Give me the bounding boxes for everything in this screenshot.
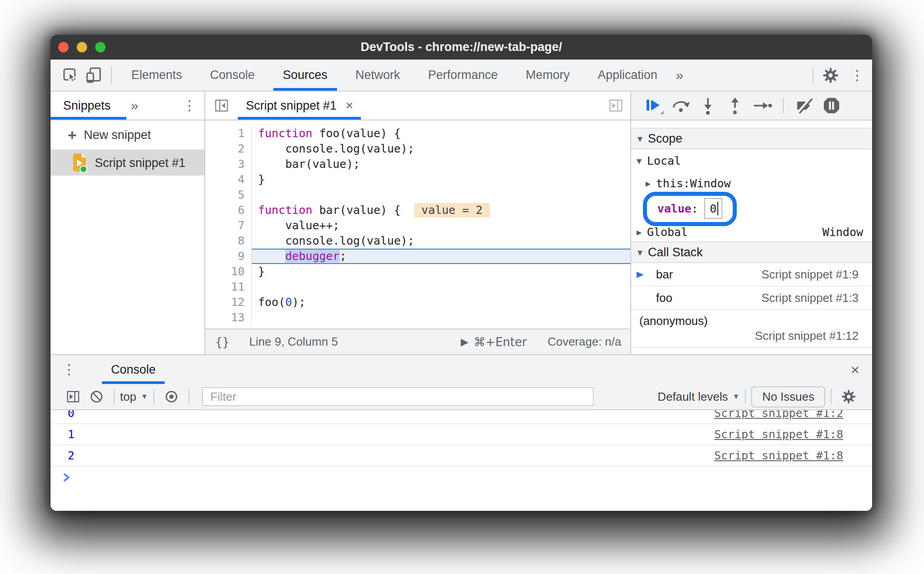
step-icon[interactable] bbox=[750, 95, 774, 116]
value-edit-input[interactable]: 0 bbox=[704, 198, 722, 219]
console-prompt[interactable] bbox=[51, 467, 872, 488]
line-number[interactable]: 6 bbox=[205, 203, 252, 218]
drawer-menu-icon[interactable]: ⋮ bbox=[51, 363, 84, 376]
console-toolbar-divider bbox=[745, 389, 746, 404]
step-over-icon[interactable] bbox=[669, 95, 693, 116]
collapse-icon: ▾ bbox=[638, 133, 642, 144]
debugger-toolbar-divider bbox=[783, 98, 784, 113]
callstack-section-header[interactable]: ▾ Call Stack bbox=[631, 241, 872, 263]
more-tabs-icon[interactable]: » bbox=[676, 68, 684, 83]
tab-sources[interactable]: Sources bbox=[269, 60, 342, 91]
close-drawer-icon[interactable]: × bbox=[850, 361, 859, 379]
scope-this-row[interactable]: ▸ this: Window bbox=[631, 172, 872, 194]
line-number[interactable]: 10 bbox=[205, 264, 252, 279]
code-line[interactable]: 13 bbox=[205, 310, 630, 325]
callstack-frame[interactable]: (anonymous)Script snippet #1:12 bbox=[631, 310, 872, 348]
console-message-row[interactable]: 2Script snippet #1:8 bbox=[51, 445, 872, 467]
step-out-icon[interactable] bbox=[723, 95, 747, 116]
frame-location-link[interactable]: Script snippet #1:3 bbox=[762, 291, 872, 305]
inspect-element-icon[interactable] bbox=[60, 65, 80, 85]
callstack-frame[interactable]: barScript snippet #1:9 bbox=[631, 263, 872, 287]
code-line[interactable]: 11 bbox=[205, 279, 630, 295]
tab-application[interactable]: Application bbox=[584, 60, 671, 91]
scope-section-header[interactable]: ▾ Scope bbox=[631, 128, 872, 149]
device-toolbar-icon[interactable] bbox=[84, 65, 104, 85]
line-number[interactable]: 4 bbox=[205, 172, 252, 187]
tab-console[interactable]: Console bbox=[196, 60, 269, 91]
tab-network[interactable]: Network bbox=[342, 60, 414, 91]
console-output[interactable]: 0Script snippet #1:21Script snippet #1:8… bbox=[51, 410, 872, 511]
tab-snippets[interactable]: Snippets bbox=[51, 92, 126, 120]
log-levels-dropdown[interactable]: Default levels ▼ bbox=[657, 390, 739, 404]
frame-location-link[interactable]: Script snippet #1:9 bbox=[762, 268, 872, 282]
console-source-link[interactable]: Script snippet #1:8 bbox=[714, 449, 843, 462]
close-tab-icon[interactable]: × bbox=[346, 98, 353, 113]
code-line[interactable]: 10} bbox=[205, 264, 630, 279]
scope-local-row[interactable]: ▾ Local bbox=[631, 149, 872, 172]
editor-tab[interactable]: Script snippet #1 × bbox=[238, 92, 361, 120]
console-source-link[interactable]: Script snippet #1:2 bbox=[714, 410, 843, 420]
tab-performance[interactable]: Performance bbox=[414, 60, 512, 91]
line-number[interactable]: 7 bbox=[205, 218, 252, 233]
code-editor[interactable]: 1function foo(value) {2 console.log(valu… bbox=[205, 120, 630, 329]
line-number[interactable]: 12 bbox=[205, 295, 252, 310]
snippet-file-icon bbox=[71, 153, 88, 173]
line-number[interactable]: 11 bbox=[205, 279, 252, 295]
line-number[interactable]: 5 bbox=[205, 187, 252, 203]
snippet-item[interactable]: Script snippet #1 bbox=[51, 150, 204, 176]
code-line[interactable]: 4} bbox=[205, 172, 630, 187]
context-selector[interactable]: top ▼ bbox=[120, 390, 148, 404]
code-line[interactable]: 1function foo(value) { bbox=[205, 126, 630, 141]
run-snippet-icon[interactable]: ▶ bbox=[461, 336, 468, 347]
frame-location-link[interactable]: Script snippet #1:12 bbox=[755, 329, 872, 343]
code-line[interactable]: 5 bbox=[205, 187, 630, 203]
pause-on-exceptions-icon[interactable] bbox=[820, 95, 843, 116]
no-issues-button[interactable]: No Issues bbox=[751, 386, 825, 407]
live-expression-eye-icon[interactable] bbox=[160, 386, 183, 407]
zoom-window-button[interactable] bbox=[95, 42, 106, 52]
scope-global-row[interactable]: ▸ Global Window bbox=[631, 222, 872, 241]
main-menu-icon[interactable]: ⋮ bbox=[842, 69, 872, 82]
line-number[interactable]: 8 bbox=[205, 233, 252, 249]
line-number[interactable]: 1 bbox=[205, 126, 252, 141]
code-line[interactable]: 3 bar(value); bbox=[205, 157, 630, 172]
console-settings-gear-icon[interactable] bbox=[837, 386, 860, 407]
console-source-link[interactable]: Script snippet #1:8 bbox=[714, 428, 843, 441]
tab-memory[interactable]: Memory bbox=[512, 60, 584, 91]
code-line-paused[interactable]: 9 debugger; bbox=[205, 249, 630, 264]
code-line[interactable]: 12foo(0); bbox=[205, 295, 630, 310]
clear-console-icon[interactable] bbox=[85, 386, 108, 407]
navigator-more-tabs-icon[interactable]: » bbox=[131, 98, 139, 113]
navigator-menu-icon[interactable]: ⋮ bbox=[175, 99, 204, 112]
deactivate-breakpoints-icon[interactable] bbox=[793, 95, 816, 116]
callstack-frame[interactable]: fooScript snippet #1:3 bbox=[631, 287, 872, 310]
minimize-window-button[interactable] bbox=[77, 42, 87, 52]
line-number[interactable]: 9 bbox=[205, 249, 252, 264]
step-into-icon[interactable] bbox=[696, 95, 720, 116]
code-line[interactable]: 7 value++; bbox=[205, 218, 630, 233]
console-drawer: ⋮ Console × t bbox=[51, 354, 872, 511]
plus-icon: + bbox=[68, 126, 77, 144]
close-window-button[interactable] bbox=[58, 42, 69, 52]
new-snippet-button[interactable]: + New snippet bbox=[51, 120, 204, 150]
code-line[interactable]: 2 console.log(value); bbox=[205, 141, 630, 157]
console-toolbar-divider bbox=[189, 389, 189, 404]
tab-console-drawer[interactable]: Console bbox=[102, 355, 165, 384]
tab-elements[interactable]: Elements bbox=[117, 60, 196, 91]
line-number[interactable]: 2 bbox=[205, 141, 252, 157]
scope-value-row[interactable]: value: 0 bbox=[631, 194, 872, 222]
code-line-content: value++; bbox=[252, 218, 630, 233]
settings-gear-icon[interactable] bbox=[821, 65, 841, 85]
code-line[interactable]: 6function bar(value) {value = 2 bbox=[205, 203, 630, 218]
hide-navigator-icon[interactable] bbox=[212, 96, 231, 116]
line-number[interactable]: 13 bbox=[205, 310, 252, 325]
console-sidebar-icon[interactable] bbox=[61, 386, 85, 407]
code-line[interactable]: 8 console.log(value); bbox=[205, 233, 630, 249]
console-message-row[interactable]: 1Script snippet #1:8 bbox=[51, 424, 872, 445]
line-number[interactable]: 3 bbox=[205, 157, 252, 172]
console-message-row[interactable]: 0Script snippet #1:2 bbox=[51, 410, 872, 424]
filter-input[interactable] bbox=[202, 387, 594, 406]
resume-script-icon[interactable] bbox=[642, 95, 665, 116]
pretty-print-icon[interactable]: {} bbox=[215, 335, 229, 349]
hide-debugger-icon[interactable] bbox=[606, 96, 626, 116]
